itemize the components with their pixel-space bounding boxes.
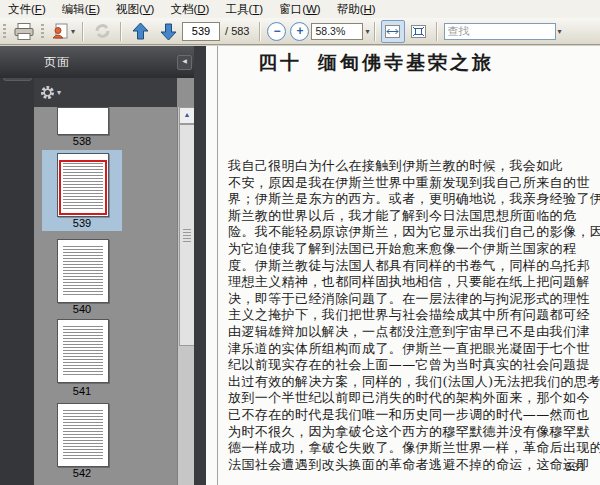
toolbar-separator	[374, 22, 376, 41]
chapter-number: 四十	[258, 51, 302, 73]
toolbar-grip	[41, 24, 44, 39]
next-page-button[interactable]	[154, 19, 182, 43]
zoom-out-icon: −	[273, 24, 280, 38]
page-total-label: / 583	[225, 25, 249, 37]
page-number-printed: 531	[536, 461, 586, 474]
text-line: 险。我不能轻易原谅伊斯兰，因为它显示出我们自己的影像，因	[228, 224, 594, 241]
toolbar: ▾ / 583 − + 58.3% ▾	[0, 18, 600, 45]
thumbnail-page-538[interactable]	[57, 107, 109, 135]
menu-bar: 文件(F) 编辑(E) 视图(V) 文档(D) 工具(T) 窗口(W) 帮助(H…	[0, 0, 600, 19]
chapter-title-text: 缅甸佛寺基荣之旅	[318, 51, 494, 73]
menu-item[interactable]: 编辑(E)	[54, 0, 108, 18]
text-line: 纪以前现实存在的社会上面——它曾为当时真实的社会问题提	[228, 357, 594, 374]
toolbar-separator	[120, 22, 122, 41]
thumbnail-label[interactable]: 538	[42, 135, 122, 147]
menu-item[interactable]: 帮助(H)	[329, 0, 384, 18]
panel-tab-strip	[0, 46, 34, 485]
chevron-down-icon[interactable]: ▾	[71, 27, 75, 36]
collaborate-icon	[51, 23, 69, 39]
zoom-out-button[interactable]: −	[267, 22, 286, 41]
menu-item[interactable]: 文档(D)	[162, 0, 217, 18]
thumbnail-content	[63, 246, 103, 296]
options-caret-icon: ▾	[57, 88, 61, 97]
scrollbar-thumb[interactable]	[179, 124, 195, 346]
text-line: 为时不很久，因为拿破仑这个西方的穆罕默德并没有像穆罕默	[228, 424, 594, 441]
fit-width-button[interactable]	[381, 20, 405, 43]
scroll-up-button[interactable]: ▲	[179, 107, 195, 124]
fit-page-button[interactable]	[407, 20, 431, 43]
thumbnail-page-541[interactable]	[57, 319, 109, 383]
scrollbar-grip	[183, 229, 191, 243]
navigation-sidebar: 页面 ◀ ▾ 538 539 540 541	[0, 46, 206, 485]
arrow-up-icon	[131, 22, 150, 41]
find-box: ▾	[444, 23, 562, 40]
fit-page-icon	[411, 25, 426, 38]
scroll-up-icon: ▲	[184, 111, 191, 118]
toolbar-separator	[82, 22, 84, 41]
toolbar-separator	[436, 22, 438, 41]
text-line: 德一样成功，拿破仑失败了。像伊斯兰世界一样，革命后出现的	[228, 440, 594, 457]
arrow-down-icon	[159, 22, 178, 41]
text-line: 已不存在的时代是我们唯一和历史同一步调的时代——然而也	[228, 407, 594, 424]
thumbnail-content	[63, 410, 103, 460]
text-line: 不安，原因是我在伊斯兰世界中重新发现到我自己所来自的世	[228, 175, 594, 192]
chapter-title: 四十缅甸佛寺基荣之旅	[258, 50, 494, 76]
body-text: 我自己很明白为什么在接触到伊斯兰教的时候，我会如此不安，原因是我在伊斯兰世界中重…	[228, 158, 594, 473]
text-line: 津乐道的实体所组构而成了。伊斯兰一直把眼光凝固于七个世	[228, 341, 594, 358]
previous-view-button-disabled	[88, 19, 116, 43]
thumbnail-label[interactable]: 539	[42, 217, 122, 229]
document-view[interactable]: 四十缅甸佛寺基荣之旅 我自己很明白为什么在接触到伊斯兰教的时候，我会如此不安，原…	[206, 46, 600, 485]
sidebar-splitter[interactable]	[194, 46, 206, 485]
options-button[interactable]: ▾	[40, 85, 61, 100]
collaborate-button[interactable]: ▾	[48, 19, 78, 43]
toolbar-separator	[259, 22, 261, 41]
thumbnail-content	[63, 326, 103, 376]
text-line: 主义之掩护下，我们把世界与社会描绘成其中所有问题都可经	[228, 307, 594, 324]
thumbnail-label[interactable]: 542	[42, 467, 122, 479]
panel-header: 页面 ◀	[0, 46, 206, 78]
menu-item[interactable]: 工具(T)	[217, 0, 271, 18]
collapse-panel-button[interactable]: ◀	[177, 55, 192, 70]
find-input[interactable]	[444, 23, 556, 40]
history-arrows-icon	[93, 23, 112, 39]
zoom-level-field[interactable]: 58.3%	[311, 23, 363, 40]
zoom-dropdown-caret-icon[interactable]: ▾	[365, 27, 369, 36]
text-line: 斯兰教的世界以后，我才能了解到今日法国思想所面临的危	[228, 208, 594, 225]
toolbar-grip	[3, 24, 6, 39]
panel-title: 页面	[44, 54, 70, 71]
thumbnail-list: 538 539 540 541 542	[34, 107, 177, 485]
thumbnail-page-540[interactable]	[57, 239, 109, 303]
menu-item[interactable]: 视图(V)	[108, 0, 162, 18]
fit-width-icon	[385, 25, 400, 38]
text-line: 度。伊斯兰教徒与法国人都具有同样的书卷气，同样的乌托邦	[228, 258, 594, 275]
zoom-in-button[interactable]: +	[290, 22, 309, 41]
collapse-icon: ◀	[182, 58, 187, 64]
text-line: 理想主义精神，也都同样固执地相信，只要能在纸上把问题解	[228, 274, 594, 291]
sidebar-scrollbar[interactable]: ▲	[177, 107, 195, 485]
text-line: 决，即等于已经消除问题了。在一层法律的与拘泥形式的理性	[228, 291, 594, 308]
thumbnail-page-539[interactable]	[57, 153, 109, 217]
page-number-input[interactable]	[182, 22, 220, 41]
text-line: 为它迫使我了解到法国已开始愈来愈像一个伊斯兰国家的程	[228, 241, 594, 258]
page-left-edge	[217, 46, 218, 485]
printer-icon	[13, 23, 35, 40]
gear-icon	[40, 85, 55, 100]
text-line: 放到一个半世纪以前即已消失的时代的架构外面来，那个如今	[228, 390, 594, 407]
zoom-in-icon: +	[296, 24, 303, 38]
menu-item[interactable]: 文件(F)	[0, 0, 54, 18]
text-line: 界；伊斯兰是东方的西方。或者，更明确地说，我亲身经验了伊	[228, 191, 594, 208]
text-line: 我自己很明白为什么在接触到伊斯兰教的时候，我会如此	[228, 158, 594, 175]
text-line: 由逻辑雄辩加以解决，一点都没注意到宇宙早已不是由我们津	[228, 324, 594, 341]
previous-page-button[interactable]	[126, 19, 154, 43]
current-view-rectangle[interactable]	[59, 160, 107, 215]
menu-item[interactable]: 窗口(W)	[271, 0, 329, 18]
thumbnail-label[interactable]: 541	[42, 385, 122, 397]
thumbnail-label[interactable]: 540	[42, 303, 122, 315]
thumbnail-page-542[interactable]	[57, 403, 109, 467]
find-dropdown-caret-icon[interactable]: ▾	[558, 27, 562, 36]
text-line: 出过有效的解决方案，同样的，我们(法国人)无法把我们的思考	[228, 374, 594, 391]
print-button[interactable]	[10, 19, 38, 43]
panel-options-row: ▾	[34, 78, 177, 108]
